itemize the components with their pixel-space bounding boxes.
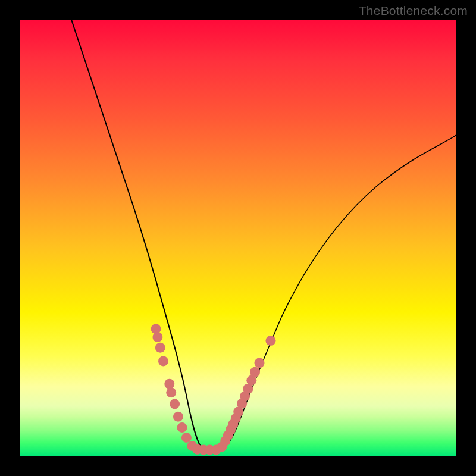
data-point	[170, 399, 180, 409]
data-point	[250, 367, 260, 377]
left-curve	[71, 20, 221, 450]
data-point	[255, 358, 265, 368]
data-point	[155, 343, 165, 353]
data-point	[266, 336, 276, 346]
data-point	[173, 412, 183, 422]
data-point	[164, 379, 174, 389]
data-point	[166, 387, 176, 397]
data-point	[177, 422, 187, 433]
right-curve	[221, 135, 456, 450]
curve-layer	[20, 20, 456, 456]
attribution-text: TheBottleneck.com	[359, 4, 468, 18]
data-point	[181, 433, 192, 443]
dot-group	[151, 324, 276, 455]
chart-frame: TheBottleneck.com	[0, 0, 476, 476]
data-point	[152, 332, 162, 342]
plot-area	[20, 20, 456, 456]
data-point	[158, 356, 168, 367]
